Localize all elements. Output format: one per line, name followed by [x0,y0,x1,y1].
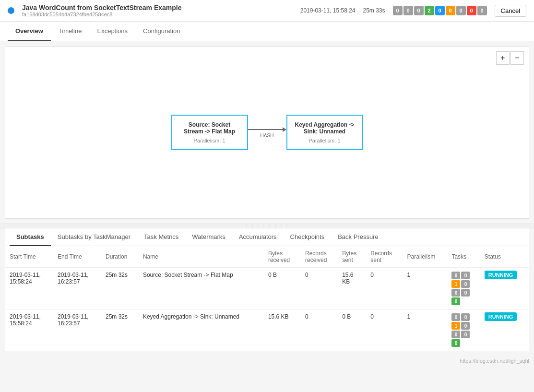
tab-timeline[interactable]: Timeline [51,22,90,41]
cell-records-received: 0 [300,309,337,351]
badge-created: 0 [393,6,403,15]
col-name: Name [138,246,263,268]
table-header: Start Time End Time Duration Name Bytesr… [5,246,529,268]
tab-overview[interactable]: Overview [8,22,51,41]
duration: 25m 33s [363,7,385,14]
sink-node-parallelism: Parallelism: 1 [295,138,355,143]
cell-status: RUNNING [480,309,529,351]
subtab-checkpoints[interactable]: Checkpoints [284,228,332,246]
col-duration: Duration [101,246,138,268]
graph-node-sink[interactable]: Keyed Aggregation -> Sink: Unnamed Paral… [286,115,363,150]
task-row-3: 0 0 [451,289,475,297]
task-badge: 0 [461,272,470,279]
graph-canvas: + − Source: Socket Stream -> Flat Map Pa… [5,46,529,219]
task-row-4: 0 [451,339,475,347]
cell-start-time: 2019-03-11,15:58:24 [5,268,53,309]
col-end-time: End Time [53,246,101,268]
cancel-button[interactable]: Cancel [495,5,526,17]
nav-tabs: Overview Timeline Exceptions Configurati… [0,22,534,41]
tasks-badges: 0 0 1 0 0 0 0 [451,272,475,305]
cell-tasks: 0 0 1 0 0 0 0 [447,309,479,351]
cell-records-sent: 0 [366,268,402,309]
col-records-sent: Recordssent [366,246,402,268]
col-status: Status [480,246,529,268]
subtasks-table: Start Time End Time Duration Name Bytesr… [5,246,529,351]
task-badge: 0 [461,331,470,338]
cell-bytes-received: 15.6 KB [263,309,300,351]
zoom-out-button[interactable]: − [510,51,524,65]
table-body: 2019-03-11,15:58:24 2019-03-11,16:23:57 … [5,268,529,351]
subtab-watermarks[interactable]: Watermarks [185,228,232,246]
cell-name: Source: Socket Stream -> Flat Map [138,268,263,309]
badge-deploying: 0 [414,6,424,15]
graph-nodes: Source: Socket Stream -> Flat Map Parall… [171,115,363,150]
task-row-2: 1 0 [451,322,475,330]
arrow-line [248,127,286,132]
app-header: Java WordCount from SocketTextStream Exa… [0,0,534,22]
edge-label: HASH [261,133,274,138]
subtab-subtasks[interactable]: Subtasks [10,228,51,246]
cell-records-received: 0 [300,268,337,309]
subtab-by-taskmanager[interactable]: Subtasks by TaskManager [51,228,137,246]
badge-failed: 0 [467,6,476,15]
task-badge: 1 [451,322,460,330]
cell-bytes-sent: 15.6KB [337,268,366,309]
task-row-3: 0 0 [451,331,475,338]
source-node-name: Source: Socket Stream -> Flat Map [180,121,239,135]
task-badge: 1 [451,280,460,288]
badge-running: 2 [425,6,434,15]
task-badge: 0 [451,297,460,305]
tab-exceptions[interactable]: Exceptions [89,22,135,41]
task-badge: 0 [451,272,460,279]
cell-start-time: 2019-03-11,15:58:24 [5,309,53,351]
task-badge: 0 [451,289,460,297]
status-badge: RUNNING [485,271,517,279]
arrow-head [283,127,286,132]
task-badge: 0 [461,280,470,288]
cell-name: Keyed Aggregation -> Sink: Unnamed [138,309,263,351]
task-badge: 0 [461,289,470,297]
source-node-parallelism: Parallelism: 1 [180,138,239,143]
cell-records-sent: 0 [366,309,402,351]
status-badge: RUNNING [485,312,517,321]
task-badge: 0 [451,331,460,338]
cell-end-time: 2019-03-11,16:23:57 [53,309,101,351]
task-row-1: 0 0 [451,272,475,279]
col-bytes-sent: Bytessent [337,246,366,268]
sink-node-name: Keyed Aggregation -> Sink: Unnamed [295,121,355,135]
col-parallelism: Parallelism [403,246,447,268]
task-badge: 0 [461,313,470,321]
arrow-body [248,129,283,130]
subtab-task-metrics[interactable]: Task Metrics [137,228,185,246]
badge-canceled: 0 [456,6,466,15]
task-badge: 0 [461,322,470,330]
table-row: 2019-03-11,15:58:24 2019-03-11,16:23:57 … [5,309,529,351]
cell-end-time: 2019-03-11,16:23:57 [53,268,101,309]
data-table: Start Time End Time Duration Name Bytesr… [5,246,529,351]
badge-reconciling: 0 [477,6,487,15]
cell-parallelism: 1 [403,268,447,309]
graph-edge: HASH [248,127,286,138]
cell-duration: 25m 32s [101,268,138,309]
footer-link-text: https://blog.csdn.net/ligh_sqhl [460,358,529,364]
task-badge: 0 [451,339,460,347]
status-indicator [8,7,14,14]
footer: https://blog.csdn.net/ligh_sqhl [0,356,534,366]
start-time: 2019-03-11, 15:58:24 [300,7,356,14]
badge-scheduled: 0 [403,6,413,15]
resize-handle[interactable]: ⋮⋮⋮⋮⋮⋮⋮⋮ [0,224,534,228]
job-title: Java WordCount from SocketTextStream Exa… [22,4,293,12]
tasks-badges: 0 0 1 0 0 0 0 [451,313,475,347]
col-start-time: Start Time [5,246,53,268]
task-badge: 0 [451,313,460,321]
task-row-4: 0 [451,297,475,305]
col-tasks: Tasks [447,246,479,268]
zoom-in-button[interactable]: + [496,51,510,65]
subtab-accumulators[interactable]: Accumulators [232,228,284,246]
cell-bytes-received: 0 B [263,268,300,309]
col-records-received: Recordsreceived [300,246,337,268]
badge-canceling: 0 [446,6,455,15]
subtab-back-pressure[interactable]: Back Pressure [331,228,385,246]
tab-configuration[interactable]: Configuration [135,22,188,41]
graph-node-source[interactable]: Source: Socket Stream -> Flat Map Parall… [171,115,248,150]
